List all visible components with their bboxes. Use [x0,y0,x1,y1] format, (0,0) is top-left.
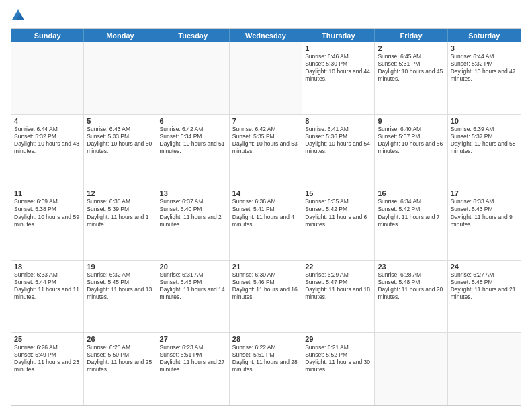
calendar-header: SundayMondayTuesdayWednesdayThursdayFrid… [11,29,521,42]
day-number: 19 [87,263,153,271]
cell-sunrise-sunset: Sunrise: 6:44 AMSunset: 5:32 PMDaylight:… [451,53,518,83]
day-number: 21 [232,263,299,271]
cell-sunrise-sunset: Sunrise: 6:22 AMSunset: 5:51 PMDaylight:… [232,344,299,373]
cell-sunrise-sunset: Sunrise: 6:39 AMSunset: 5:37 PMDaylight:… [451,126,518,155]
weekday-header-monday: Monday [84,29,157,42]
calendar-week-5: 25Sunrise: 6:26 AMSunset: 5:49 PMDayligh… [11,332,521,405]
day-number: 16 [378,189,444,197]
cal-cell-day-18: 18Sunrise: 6:33 AMSunset: 5:44 PMDayligh… [11,261,84,332]
weekday-header-wednesday: Wednesday [230,29,302,42]
cell-sunrise-sunset: Sunrise: 6:29 AMSunset: 5:47 PMDaylight:… [305,271,371,301]
cell-sunrise-sunset: Sunrise: 6:42 AMSunset: 5:34 PMDaylight:… [160,126,226,155]
day-number: 14 [232,189,299,197]
cal-cell-empty [157,42,230,114]
calendar-body: 1Sunrise: 6:46 AMSunset: 5:30 PMDaylight… [11,42,521,405]
cal-cell-day-19: 19Sunrise: 6:32 AMSunset: 5:45 PMDayligh… [84,261,157,332]
cal-cell-empty [11,42,84,114]
day-number: 1 [305,44,371,52]
day-number: 22 [305,263,371,271]
cell-sunrise-sunset: Sunrise: 6:35 AMSunset: 5:42 PMDaylight:… [305,198,371,228]
weekday-header-tuesday: Tuesday [157,29,230,42]
cal-cell-day-1: 1Sunrise: 6:46 AMSunset: 5:30 PMDaylight… [302,42,375,114]
cal-cell-day-7: 7Sunrise: 6:42 AMSunset: 5:35 PMDaylight… [230,115,302,187]
cell-sunrise-sunset: Sunrise: 6:27 AMSunset: 5:48 PMDaylight:… [451,271,518,301]
cell-sunrise-sunset: Sunrise: 6:43 AMSunset: 5:33 PMDaylight:… [87,126,153,155]
cal-cell-day-4: 4Sunrise: 6:44 AMSunset: 5:32 PMDaylight… [11,115,84,187]
cal-cell-day-15: 15Sunrise: 6:35 AMSunset: 5:42 PMDayligh… [302,187,375,259]
cell-sunrise-sunset: Sunrise: 6:46 AMSunset: 5:30 PMDaylight:… [305,53,371,83]
cell-sunrise-sunset: Sunrise: 6:26 AMSunset: 5:49 PMDaylight:… [14,344,81,373]
cal-cell-day-24: 24Sunrise: 6:27 AMSunset: 5:48 PMDayligh… [448,261,521,332]
cal-cell-day-14: 14Sunrise: 6:36 AMSunset: 5:41 PMDayligh… [230,187,302,259]
day-number: 12 [87,189,153,197]
cal-cell-day-23: 23Sunrise: 6:28 AMSunset: 5:48 PMDayligh… [375,261,447,332]
cal-cell-day-20: 20Sunrise: 6:31 AMSunset: 5:45 PMDayligh… [157,261,230,332]
cell-sunrise-sunset: Sunrise: 6:25 AMSunset: 5:50 PMDaylight:… [87,344,153,373]
day-number: 28 [232,335,299,343]
day-number: 4 [14,117,81,125]
cal-cell-day-26: 26Sunrise: 6:25 AMSunset: 5:50 PMDayligh… [84,333,157,405]
cal-cell-empty [230,42,302,114]
calendar-week-4: 18Sunrise: 6:33 AMSunset: 5:44 PMDayligh… [11,260,521,332]
cell-sunrise-sunset: Sunrise: 6:31 AMSunset: 5:45 PMDaylight:… [160,271,226,301]
day-number: 6 [160,117,226,125]
weekday-header-saturday: Saturday [448,29,521,42]
cal-cell-day-2: 2Sunrise: 6:45 AMSunset: 5:31 PMDaylight… [375,42,447,114]
cell-sunrise-sunset: Sunrise: 6:33 AMSunset: 5:44 PMDaylight:… [14,271,81,301]
logo [11,8,28,23]
cal-cell-day-6: 6Sunrise: 6:42 AMSunset: 5:34 PMDaylight… [157,115,230,187]
cal-cell-day-29: 29Sunrise: 6:21 AMSunset: 5:52 PMDayligh… [302,333,375,405]
day-number: 2 [378,44,444,52]
weekday-header-friday: Friday [375,29,447,42]
day-number: 24 [451,263,518,271]
cell-sunrise-sunset: Sunrise: 6:44 AMSunset: 5:32 PMDaylight:… [14,126,81,155]
calendar-week-3: 11Sunrise: 6:39 AMSunset: 5:38 PMDayligh… [11,187,521,259]
day-number: 23 [378,263,444,271]
logo-icon [11,8,26,23]
cal-cell-day-13: 13Sunrise: 6:37 AMSunset: 5:40 PMDayligh… [157,187,230,259]
cell-sunrise-sunset: Sunrise: 6:39 AMSunset: 5:38 PMDaylight:… [14,198,81,228]
weekday-header-thursday: Thursday [302,29,375,42]
day-number: 29 [305,335,371,343]
cal-cell-day-28: 28Sunrise: 6:22 AMSunset: 5:51 PMDayligh… [230,333,302,405]
day-number: 25 [14,335,81,343]
day-number: 26 [87,335,153,343]
cell-sunrise-sunset: Sunrise: 6:21 AMSunset: 5:52 PMDaylight:… [305,344,371,373]
day-number: 8 [305,117,371,125]
cell-sunrise-sunset: Sunrise: 6:33 AMSunset: 5:43 PMDaylight:… [451,198,518,228]
cell-sunrise-sunset: Sunrise: 6:41 AMSunset: 5:36 PMDaylight:… [305,126,371,155]
day-number: 10 [451,117,518,125]
cell-sunrise-sunset: Sunrise: 6:40 AMSunset: 5:37 PMDaylight:… [378,126,444,155]
cal-cell-day-17: 17Sunrise: 6:33 AMSunset: 5:43 PMDayligh… [448,187,521,259]
day-number: 3 [451,44,518,52]
day-number: 17 [451,189,518,197]
cal-cell-day-5: 5Sunrise: 6:43 AMSunset: 5:33 PMDaylight… [84,115,157,187]
cell-sunrise-sunset: Sunrise: 6:37 AMSunset: 5:40 PMDaylight:… [160,198,226,228]
cal-cell-day-10: 10Sunrise: 6:39 AMSunset: 5:37 PMDayligh… [448,115,521,187]
cal-cell-day-8: 8Sunrise: 6:41 AMSunset: 5:36 PMDaylight… [302,115,375,187]
cell-sunrise-sunset: Sunrise: 6:28 AMSunset: 5:48 PMDaylight:… [378,271,444,301]
cal-cell-day-22: 22Sunrise: 6:29 AMSunset: 5:47 PMDayligh… [302,261,375,332]
cell-sunrise-sunset: Sunrise: 6:36 AMSunset: 5:41 PMDaylight:… [232,198,299,228]
cal-cell-day-21: 21Sunrise: 6:30 AMSunset: 5:46 PMDayligh… [230,261,302,332]
cal-cell-empty [448,333,521,405]
cal-cell-day-9: 9Sunrise: 6:40 AMSunset: 5:37 PMDaylight… [375,115,447,187]
header [11,8,521,23]
cell-sunrise-sunset: Sunrise: 6:38 AMSunset: 5:39 PMDaylight:… [87,198,153,228]
weekday-header-sunday: Sunday [11,29,84,42]
cal-cell-day-12: 12Sunrise: 6:38 AMSunset: 5:39 PMDayligh… [84,187,157,259]
day-number: 7 [232,117,299,125]
cal-cell-day-25: 25Sunrise: 6:26 AMSunset: 5:49 PMDayligh… [11,333,84,405]
day-number: 9 [378,117,444,125]
cal-cell-empty [84,42,157,114]
cell-sunrise-sunset: Sunrise: 6:42 AMSunset: 5:35 PMDaylight:… [232,126,299,155]
cell-sunrise-sunset: Sunrise: 6:30 AMSunset: 5:46 PMDaylight:… [232,271,299,301]
calendar: SundayMondayTuesdayWednesdayThursdayFrid… [11,28,521,406]
cal-cell-day-16: 16Sunrise: 6:34 AMSunset: 5:42 PMDayligh… [375,187,447,259]
cal-cell-empty [375,333,447,405]
page: SundayMondayTuesdayWednesdayThursdayFrid… [0,0,532,411]
calendar-week-1: 1Sunrise: 6:46 AMSunset: 5:30 PMDaylight… [11,42,521,114]
cal-cell-day-11: 11Sunrise: 6:39 AMSunset: 5:38 PMDayligh… [11,187,84,259]
cell-sunrise-sunset: Sunrise: 6:23 AMSunset: 5:51 PMDaylight:… [160,344,226,373]
calendar-week-2: 4Sunrise: 6:44 AMSunset: 5:32 PMDaylight… [11,114,521,187]
